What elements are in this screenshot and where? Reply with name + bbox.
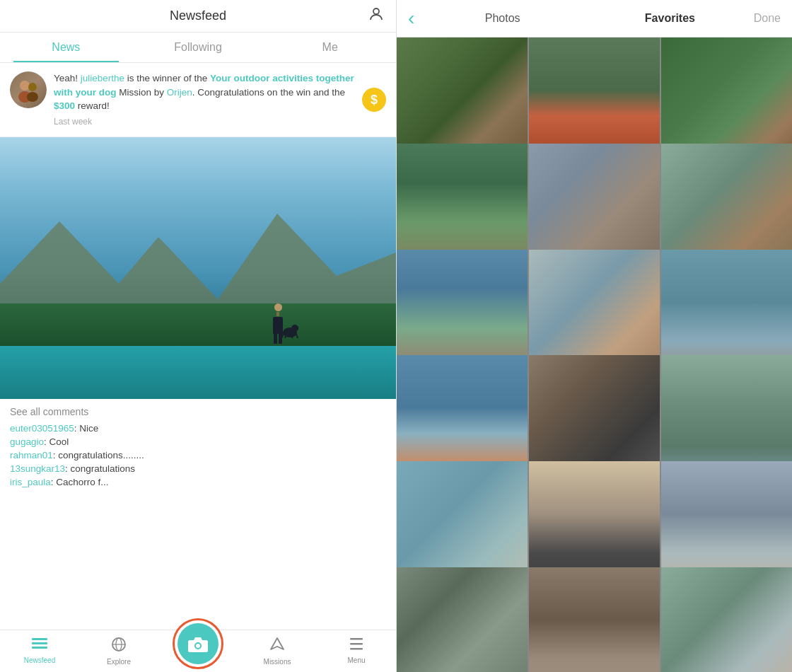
tab-following[interactable]: Following <box>132 33 264 62</box>
tab-news[interactable]: News <box>0 33 132 62</box>
comment-3: rahman01: congratulations........ <box>10 450 386 460</box>
comments-section: See all comments euter03051965: Nice gug… <box>0 399 396 630</box>
reward-coin-icon: $ <box>362 88 386 112</box>
nav-menu[interactable]: Menu <box>317 630 396 672</box>
svg-rect-11 <box>32 638 47 640</box>
missions-icon <box>269 637 285 656</box>
newsfeed-icon <box>32 638 47 654</box>
camera-circle-outer <box>173 618 223 669</box>
nav-camera-wrapper <box>158 630 238 672</box>
svg-rect-12 <box>32 642 47 644</box>
photo-grid <box>397 37 792 672</box>
svg-point-0 <box>373 8 379 14</box>
missions-label: Missions <box>264 658 291 666</box>
news-item: Yeah! julieberthe is the winner of the Y… <box>0 63 396 137</box>
photo-16[interactable] <box>397 567 528 672</box>
explore-label: Explore <box>107 658 131 666</box>
camera-button[interactable] <box>177 623 219 664</box>
avatar <box>10 71 47 108</box>
right-panel: ‹ Photos Favorites Done <box>396 0 792 672</box>
svg-rect-13 <box>32 647 47 649</box>
newsfeed-header: Newsfeed <box>0 0 396 33</box>
done-button[interactable]: Done <box>754 12 781 25</box>
main-tabs: News Following Me <box>0 33 396 63</box>
menu-label: Menu <box>347 656 365 664</box>
nav-explore[interactable]: Explore <box>79 630 158 672</box>
comment-4: 13sungkar13: congratulations <box>10 463 386 474</box>
newsfeed-label: Newsfeed <box>24 656 55 664</box>
menu-icon <box>349 638 364 654</box>
comment-1: euter03051965: Nice <box>10 423 386 434</box>
tab-me[interactable]: Me <box>264 33 396 62</box>
news-text: Yeah! julieberthe is the winner of the Y… <box>54 71 355 128</box>
page-title: Newsfeed <box>170 8 226 23</box>
profile-icon[interactable] <box>368 6 385 26</box>
svg-point-18 <box>196 644 200 648</box>
svg-point-4 <box>27 92 38 102</box>
nav-missions[interactable]: Missions <box>238 630 317 672</box>
explore-icon <box>111 637 127 656</box>
left-panel: Newsfeed News Following Me <box>0 0 396 672</box>
tab-favorites[interactable]: Favorites <box>586 9 754 28</box>
photo-17[interactable] <box>529 567 660 672</box>
comment-2: gugagio: Cool <box>10 436 386 447</box>
svg-point-3 <box>28 83 37 91</box>
photo-18[interactable] <box>661 567 792 672</box>
svg-point-1 <box>20 81 30 91</box>
svg-rect-20 <box>350 643 363 645</box>
timestamp: Last week <box>54 116 355 128</box>
comment-5: iris_paula: Cachorro f... <box>10 477 386 487</box>
back-button[interactable]: ‹ <box>408 8 414 28</box>
see-all-comments[interactable]: See all comments <box>10 406 386 417</box>
svg-rect-19 <box>350 638 363 640</box>
tab-photos[interactable]: Photos <box>419 9 586 28</box>
post-image <box>0 137 396 399</box>
right-header: ‹ Photos Favorites Done <box>397 0 792 37</box>
svg-rect-21 <box>350 648 363 650</box>
nav-newsfeed[interactable]: Newsfeed <box>0 630 79 672</box>
bottom-nav: Newsfeed Explore <box>0 630 396 672</box>
